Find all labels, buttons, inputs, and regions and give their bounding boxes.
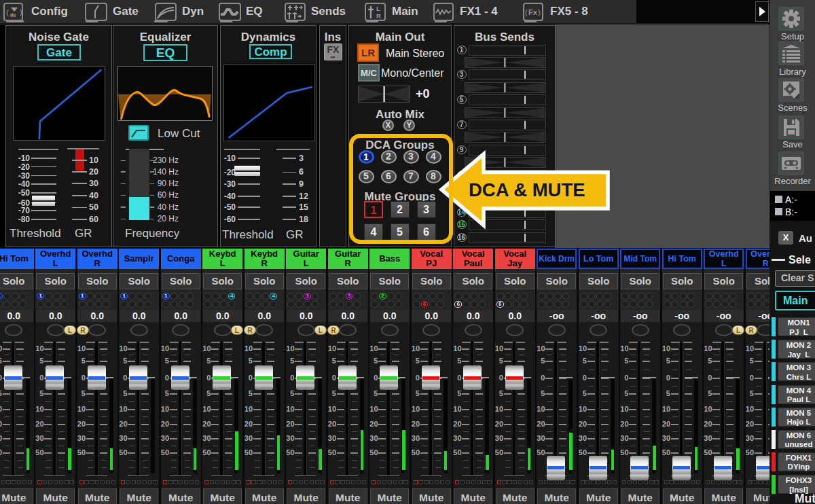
svg-text:DCA & MUTE: DCA & MUTE (469, 179, 585, 200)
